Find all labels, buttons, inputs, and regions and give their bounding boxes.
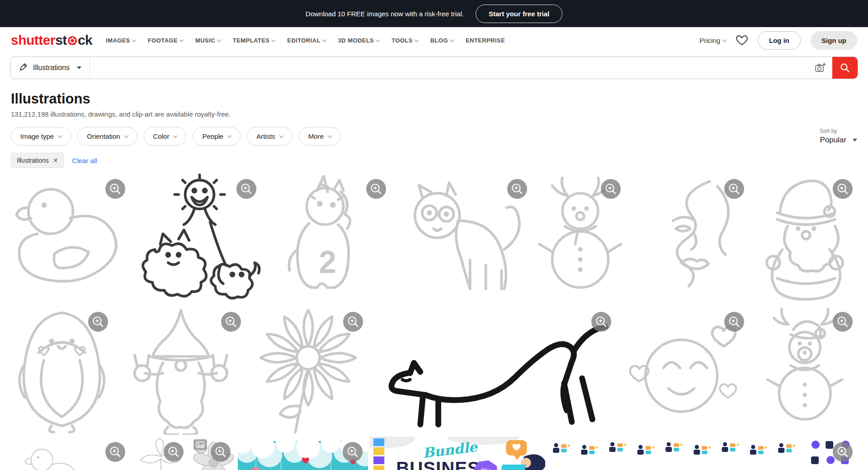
filter-color[interactable]: Color	[144, 127, 187, 146]
chevron-down-icon	[132, 38, 136, 42]
thumb-flower-sketch[interactable]	[132, 437, 189, 470]
search-by-image-camera-icon[interactable]	[809, 57, 832, 79]
thumb-valentine-2022-paper-art[interactable]: 2022celebrate	[238, 437, 368, 470]
shutterstock-logo[interactable]: shutterstck	[11, 33, 92, 48]
thumb-doodle-sun-cat-dog[interactable]	[132, 174, 261, 305]
thumb-santa-line-art[interactable]	[751, 174, 858, 305]
thumb-reindeer-snowman[interactable]	[534, 174, 626, 305]
logo-text-shutter: shutter	[11, 33, 55, 48]
zoom-preview-button[interactable]	[164, 442, 184, 462]
search-category-dropdown[interactable]: Illustrations	[10, 57, 90, 79]
zoom-preview-button[interactable]	[724, 312, 744, 332]
zoom-preview-button[interactable]	[833, 312, 853, 332]
thumb-one-line-face[interactable]	[628, 174, 750, 305]
thumb-stretching-cat-bold-line[interactable]	[370, 306, 617, 435]
chevron-down-icon	[376, 38, 380, 42]
search-bar: Illustrations	[10, 56, 858, 79]
nav-enterprise[interactable]: ENTERPRISE	[466, 37, 505, 44]
chevron-down-icon	[449, 38, 454, 42]
zoom-preview-button[interactable]	[343, 312, 363, 332]
chevron-down-icon	[58, 133, 62, 138]
login-button[interactable]: Log in	[758, 31, 801, 50]
zoom-preview-button[interactable]	[833, 442, 853, 462]
filter-artists[interactable]: Artists	[247, 127, 292, 146]
filter-more[interactable]: More	[299, 127, 341, 146]
filter-orientation[interactable]: Orientation	[77, 127, 137, 146]
chevron-down-icon	[124, 133, 128, 138]
grid-row-3: 2022celebrate BundleBUSINESSwith 37 vect…	[10, 437, 858, 470]
nav-footage[interactable]: FOOTAGE	[148, 37, 183, 44]
chevron-down-icon	[722, 38, 727, 42]
zoom-preview-button[interactable]	[833, 179, 853, 199]
zoom-preview-button[interactable]	[601, 179, 621, 199]
nav-editorial[interactable]: EDITORIAL	[287, 37, 326, 44]
thumb-business-vector-set[interactable]	[547, 437, 804, 470]
zoom-preview-button[interactable]	[105, 442, 125, 462]
chevron-down-icon	[179, 38, 184, 42]
chevron-down-icon	[322, 38, 326, 42]
nav-music[interactable]: MUSIC	[195, 37, 221, 44]
chevron-down-icon	[271, 38, 276, 42]
chevron-down-icon	[173, 133, 178, 138]
pen-icon	[19, 62, 28, 74]
sort-popular-dropdown[interactable]: Popular	[820, 136, 857, 145]
image-placeholder-icon	[193, 439, 207, 450]
main-nav: IMAGES FOOTAGE MUSIC TEMPLATES EDITORIAL…	[106, 37, 505, 44]
promo-text: Download 10 FREE images now with a risk-…	[306, 10, 464, 18]
search-submit-button[interactable]	[832, 57, 858, 79]
zoom-preview-button[interactable]	[591, 312, 611, 332]
zoom-preview-button[interactable]	[236, 179, 256, 199]
page-head: Illustrations 131,212,198 illustrations,…	[11, 91, 857, 118]
clear-all-link[interactable]: Clear all	[72, 157, 97, 164]
thumb-penguin-line-art[interactable]	[10, 306, 113, 435]
start-free-trial-button[interactable]: Start your free trial	[476, 5, 562, 23]
grid-row-1: 2	[10, 174, 858, 305]
thumb-business-bundle-cover[interactable]: BundleBUSINESSwith 37 vector imagesHighq…	[370, 437, 545, 470]
chevron-down-icon	[414, 38, 419, 42]
zoom-preview-button[interactable]	[724, 179, 744, 199]
signup-button[interactable]: Sign up	[811, 31, 857, 50]
sort-by-label: Sort by	[820, 128, 857, 134]
nav-blog[interactable]: BLOG	[430, 37, 453, 44]
pricing-menu[interactable]: Pricing	[699, 37, 726, 44]
thumb-gnome-line-art[interactable]	[115, 306, 246, 435]
zoom-preview-button[interactable]	[221, 312, 241, 332]
thumb-gray-flower-drawing[interactable]	[191, 437, 236, 470]
nav-templates[interactable]: TEMPLATES	[233, 37, 275, 44]
business-bundle-drawing: BundleBUSINESSwith 37 vector imagesHighq…	[370, 437, 545, 470]
search-category-label: Illustrations	[33, 64, 70, 72]
thumb-kitten-line-art[interactable]	[393, 174, 533, 305]
zoom-preview-button[interactable]	[211, 442, 231, 462]
zoom-preview-button[interactable]	[343, 442, 363, 462]
chevron-down-icon	[217, 38, 222, 42]
chevron-down-icon	[328, 133, 332, 138]
page-subtitle: 131,212,198 illustrations, drawings, and…	[11, 110, 857, 118]
header-actions: Pricing Log in Sign up	[699, 31, 857, 50]
nav-images[interactable]: IMAGES	[106, 37, 136, 44]
thumb-rubber-duck-line-art[interactable]	[10, 174, 131, 305]
zoom-preview-button[interactable]	[366, 179, 386, 199]
unicorn-number: 2	[319, 244, 336, 280]
zoom-preview-button[interactable]	[507, 179, 527, 199]
promo-banner: Download 10 FREE images now with a risk-…	[0, 0, 868, 27]
filter-row: Image type Orientation Color People Arti…	[11, 127, 857, 146]
nav-3d-models[interactable]: 3D MODELS	[338, 37, 379, 44]
thumb-unicorn-number-two[interactable]: 2	[264, 174, 392, 305]
zoom-preview-button[interactable]	[105, 179, 125, 199]
logo-text-st: st	[55, 33, 67, 48]
chevron-down-icon	[279, 133, 283, 138]
nav-tools[interactable]: TOOLS	[392, 37, 418, 44]
thumb-daisy-line-art[interactable]	[248, 306, 368, 435]
filter-people[interactable]: People	[193, 127, 241, 146]
caret-down-icon	[77, 66, 81, 69]
zoom-preview-button[interactable]	[88, 312, 108, 332]
chip-illustrations[interactable]: Illustrations✕	[11, 153, 64, 168]
favorites-heart-icon[interactable]	[736, 35, 748, 46]
search-input[interactable]	[90, 57, 809, 79]
filter-image-type[interactable]: Image type	[11, 127, 71, 146]
thumb-reindeer-snowman-santa-hat[interactable]	[751, 306, 858, 435]
thumb-duck-line-art-2[interactable]	[10, 437, 131, 470]
thumb-emoji-hearts-line-art[interactable]	[618, 306, 750, 435]
close-icon[interactable]: ✕	[53, 157, 58, 164]
thumb-purple-sticker-sheet[interactable]	[807, 437, 859, 470]
